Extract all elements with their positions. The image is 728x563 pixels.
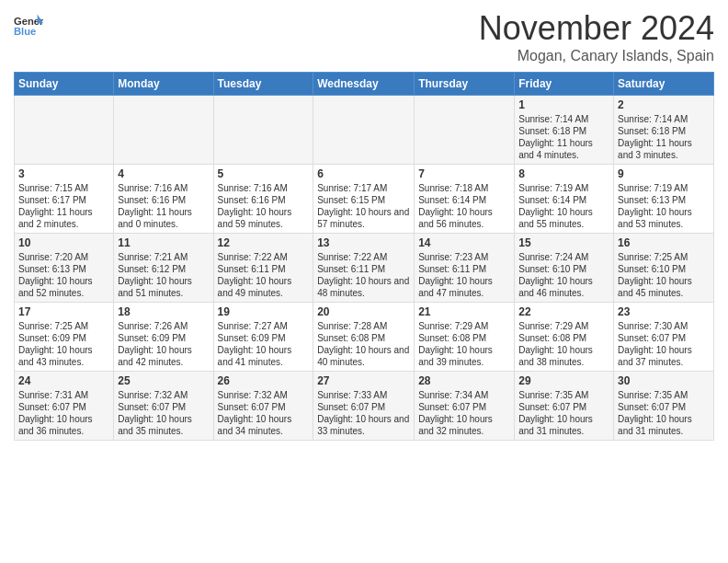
day-info: Sunset: 6:18 PM [518,125,609,137]
day-info: Sunrise: 7:17 AM [317,182,410,194]
day-info: Sunrise: 7:16 AM [118,182,209,194]
calendar-cell: 4Sunrise: 7:16 AMSunset: 6:16 PMDaylight… [114,165,213,234]
day-number: 12 [218,236,310,249]
day-info: Daylight: 10 hours and 38 minutes. [518,344,609,368]
day-info: Daylight: 11 hours and 3 minutes. [618,137,710,161]
day-info: Sunset: 6:08 PM [518,332,609,344]
day-info: Sunrise: 7:16 AM [218,182,310,194]
calendar-cell: 30Sunrise: 7:35 AMSunset: 6:07 PMDayligh… [614,372,714,441]
day-info: Daylight: 10 hours and 45 minutes. [618,275,710,299]
day-info: Sunset: 6:11 PM [418,263,510,275]
day-number: 10 [18,236,109,249]
calendar-cell: 6Sunrise: 7:17 AMSunset: 6:15 PMDaylight… [313,165,415,234]
header-row: Sunday Monday Tuesday Wednesday Thursday… [15,73,714,96]
day-info: Daylight: 10 hours and 33 minutes. [317,413,410,437]
day-info: Sunrise: 7:32 AM [218,389,310,401]
day-number: 8 [518,167,609,180]
day-info: Daylight: 10 hours and 36 minutes. [18,413,109,437]
logo-icon: General Blue [14,13,43,39]
calendar-cell: 26Sunrise: 7:32 AMSunset: 6:07 PMDayligh… [213,372,313,441]
day-info: Daylight: 10 hours and 40 minutes. [317,344,410,368]
col-wednesday: Wednesday [313,73,415,96]
day-info: Daylight: 11 hours and 2 minutes. [18,206,109,230]
calendar-cell: 3Sunrise: 7:15 AMSunset: 6:17 PMDaylight… [15,165,114,234]
day-info: Sunrise: 7:19 AM [618,182,710,194]
day-info: Daylight: 10 hours and 53 minutes. [618,206,710,230]
day-number: 26 [218,374,310,387]
day-info: Daylight: 11 hours and 0 minutes. [118,206,209,230]
day-info: Sunrise: 7:21 AM [118,251,209,263]
day-info: Sunset: 6:11 PM [317,263,410,275]
col-saturday: Saturday [614,73,714,96]
day-info: Sunrise: 7:18 AM [418,182,510,194]
day-info: Sunrise: 7:30 AM [618,320,710,332]
day-info: Daylight: 10 hours and 48 minutes. [317,275,410,299]
day-info: Daylight: 10 hours and 39 minutes. [418,344,510,368]
day-number: 16 [618,236,710,249]
calendar-cell: 17Sunrise: 7:25 AMSunset: 6:09 PMDayligh… [15,303,114,372]
day-info: Sunset: 6:07 PM [418,401,510,413]
calendar-week-1: 1Sunrise: 7:14 AMSunset: 6:18 PMDaylight… [15,96,714,165]
day-info: Sunrise: 7:29 AM [518,320,609,332]
calendar-cell: 13Sunrise: 7:22 AMSunset: 6:11 PMDayligh… [313,234,415,303]
calendar-cell [213,96,313,165]
calendar-cell: 27Sunrise: 7:33 AMSunset: 6:07 PMDayligh… [313,372,415,441]
calendar-cell: 14Sunrise: 7:23 AMSunset: 6:11 PMDayligh… [415,234,515,303]
day-number: 28 [418,374,510,387]
day-info: Sunrise: 7:34 AM [418,389,510,401]
day-info: Sunset: 6:08 PM [418,332,510,344]
calendar-cell: 28Sunrise: 7:34 AMSunset: 6:07 PMDayligh… [415,372,515,441]
day-info: Daylight: 10 hours and 34 minutes. [218,413,310,437]
day-info: Sunrise: 7:27 AM [218,320,310,332]
day-number: 22 [518,305,609,318]
day-info: Sunset: 6:16 PM [218,194,310,206]
day-info: Sunset: 6:18 PM [618,125,710,137]
day-info: Sunset: 6:13 PM [618,194,710,206]
calendar-cell: 7Sunrise: 7:18 AMSunset: 6:14 PMDaylight… [415,165,515,234]
day-info: Sunset: 6:07 PM [18,401,109,413]
day-number: 9 [618,167,710,180]
title-block: November 2024 Mogan, Canary Islands, Spa… [479,9,714,64]
day-number: 19 [218,305,310,318]
calendar-cell: 20Sunrise: 7:28 AMSunset: 6:08 PMDayligh… [313,303,415,372]
day-info: Daylight: 10 hours and 51 minutes. [118,275,209,299]
calendar-cell [114,96,213,165]
day-info: Sunset: 6:09 PM [218,332,310,344]
page: General Blue November 2024 Mogan, Canary… [0,0,728,454]
day-info: Sunrise: 7:33 AM [317,389,410,401]
day-number: 2 [618,98,710,111]
day-info: Sunset: 6:07 PM [218,401,310,413]
day-info: Sunset: 6:14 PM [518,194,609,206]
calendar-cell: 10Sunrise: 7:20 AMSunset: 6:13 PMDayligh… [15,234,114,303]
day-number: 30 [618,374,710,387]
col-monday: Monday [114,73,213,96]
day-info: Sunrise: 7:28 AM [317,320,410,332]
calendar-cell: 12Sunrise: 7:22 AMSunset: 6:11 PMDayligh… [213,234,313,303]
col-tuesday: Tuesday [213,73,313,96]
day-number: 1 [518,98,609,111]
day-number: 21 [418,305,510,318]
day-number: 17 [18,305,109,318]
day-info: Sunset: 6:07 PM [518,401,609,413]
calendar-cell: 25Sunrise: 7:32 AMSunset: 6:07 PMDayligh… [114,372,213,441]
day-info: Sunrise: 7:14 AM [618,113,710,125]
day-info: Daylight: 10 hours and 49 minutes. [218,275,310,299]
day-number: 14 [418,236,510,249]
day-info: Sunset: 6:17 PM [18,194,109,206]
day-info: Daylight: 11 hours and 4 minutes. [518,137,609,161]
day-info: Daylight: 10 hours and 41 minutes. [218,344,310,368]
day-number: 18 [118,305,209,318]
day-info: Daylight: 10 hours and 32 minutes. [418,413,510,437]
day-info: Sunrise: 7:19 AM [518,182,609,194]
day-info: Daylight: 10 hours and 57 minutes. [317,206,410,230]
day-number: 23 [618,305,710,318]
day-number: 4 [118,167,209,180]
calendar-cell: 21Sunrise: 7:29 AMSunset: 6:08 PMDayligh… [415,303,515,372]
day-number: 3 [18,167,109,180]
day-info: Daylight: 10 hours and 35 minutes. [118,413,209,437]
day-info: Sunset: 6:15 PM [317,194,410,206]
day-info: Sunset: 6:12 PM [118,263,209,275]
header: General Blue November 2024 Mogan, Canary… [14,9,714,64]
calendar-cell: 19Sunrise: 7:27 AMSunset: 6:09 PMDayligh… [213,303,313,372]
day-info: Sunrise: 7:24 AM [518,251,609,263]
